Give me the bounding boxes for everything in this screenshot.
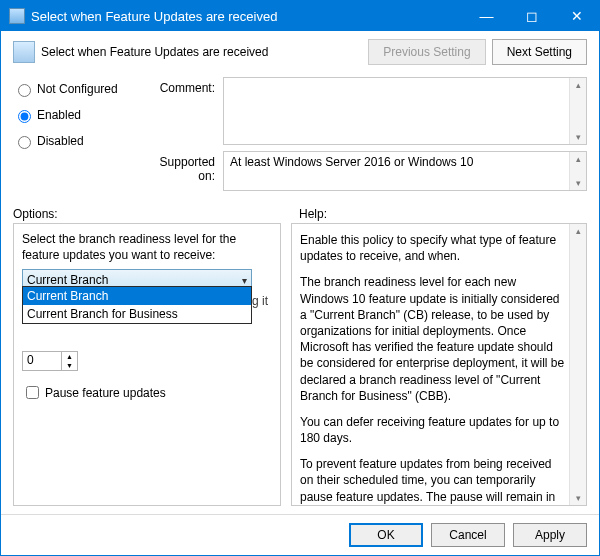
policy-editor-window: Select when Feature Updates are received… [0,0,600,556]
policy-title: Select when Feature Updates are received [41,45,362,59]
supported-on-text: At least Windows Server 2016 or Windows … [224,152,569,190]
previous-setting-button[interactable]: Previous Setting [368,39,485,65]
comment-textarea[interactable]: ▴▾ [223,77,587,145]
branch-readiness-label: Select the branch readiness level for th… [22,232,272,263]
close-button[interactable]: ✕ [554,1,599,31]
spinner-up-icon[interactable]: ▲ [62,352,77,361]
state-enabled[interactable]: Enabled [13,107,141,123]
apply-button[interactable]: Apply [513,523,587,547]
dialog-buttons: OK Cancel Apply [1,514,599,555]
state-not-configured[interactable]: Not Configured [13,81,141,97]
state-disabled[interactable]: Disabled [13,133,141,149]
scroll-up-icon[interactable]: ▴ [576,80,581,90]
help-scrollbar[interactable]: ▴▾ [569,224,586,505]
window-title: Select when Feature Updates are received [31,9,464,24]
scroll-down-icon[interactable]: ▾ [576,132,581,142]
supported-on-box: At least Windows Server 2016 or Windows … [223,151,587,191]
scroll-down-icon[interactable]: ▾ [576,178,581,188]
defer-days-spinner[interactable]: 0 ▲ ▼ [22,351,78,371]
help-p2: The branch readiness level for each new … [300,274,565,404]
chevron-down-icon: ▾ [242,275,247,286]
state-radio-group: Not Configured Enabled Disabled [13,77,141,197]
scroll-up-icon[interactable]: ▴ [576,226,581,236]
scroll-up-icon[interactable]: ▴ [576,154,581,164]
state-disabled-label: Disabled [37,134,84,148]
policy-header: Select when Feature Updates are received… [1,31,599,73]
comment-scrollbar[interactable]: ▴▾ [569,78,586,144]
dropdown-option-current-branch-business[interactable]: Current Branch for Business [23,305,251,323]
options-panel: Select the branch readiness level for th… [13,223,281,506]
scroll-down-icon[interactable]: ▾ [576,493,581,503]
state-disabled-radio[interactable] [18,136,31,149]
ok-button[interactable]: OK [349,523,423,547]
help-p1: Enable this policy to specify what type … [300,232,565,264]
state-not-configured-label: Not Configured [37,82,118,96]
supported-scrollbar[interactable]: ▴▾ [569,152,586,190]
options-heading: Options: [13,207,291,221]
pause-updates-row[interactable]: Pause feature updates [22,383,272,402]
maximize-button[interactable]: ◻ [509,1,554,31]
supported-label: Supported on: [141,151,223,183]
state-enabled-radio[interactable] [18,110,31,123]
titlebar[interactable]: Select when Feature Updates are received… [1,1,599,31]
next-setting-button[interactable]: Next Setting [492,39,587,65]
minimize-button[interactable]: ― [464,1,509,31]
pause-updates-checkbox[interactable] [26,386,39,399]
branch-readiness-dropdown-list[interactable]: Current Branch Current Branch for Busine… [22,286,252,324]
help-text: Enable this policy to specify what type … [292,224,569,505]
policy-icon [13,41,35,63]
help-panel: Enable this policy to specify what type … [291,223,587,506]
help-heading: Help: [291,207,587,221]
dropdown-option-current-branch[interactable]: Current Branch [23,287,251,305]
help-p3: You can defer receiving feature updates … [300,414,565,446]
comment-label: Comment: [141,77,223,95]
state-not-configured-radio[interactable] [18,84,31,97]
help-p4: To prevent feature updates from being re… [300,456,565,505]
defer-days-value[interactable]: 0 [23,352,61,370]
state-enabled-label: Enabled [37,108,81,122]
window-icon [9,8,25,24]
spinner-down-icon[interactable]: ▼ [62,361,77,370]
cancel-button[interactable]: Cancel [431,523,505,547]
pause-updates-label: Pause feature updates [45,386,166,400]
